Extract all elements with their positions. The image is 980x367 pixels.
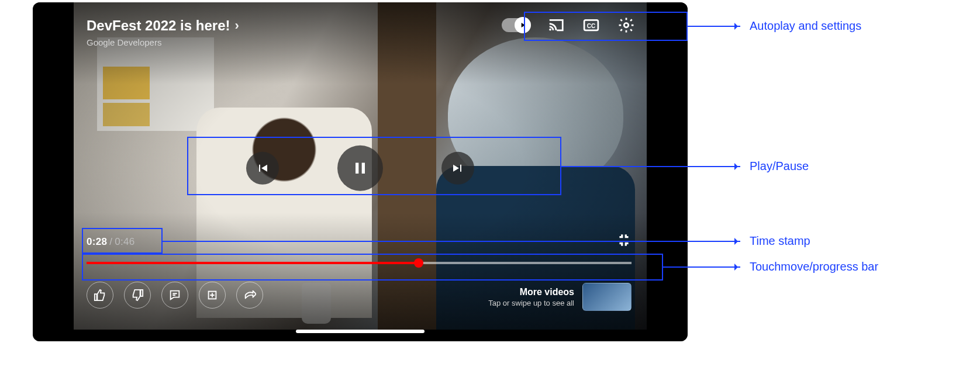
comments-button[interactable] [161, 282, 188, 309]
home-indicator[interactable] [296, 330, 425, 333]
previous-button[interactable] [246, 152, 279, 185]
time-separator: / [109, 236, 112, 248]
like-button[interactable] [87, 282, 113, 309]
annotation-arrow [663, 266, 740, 268]
share-button[interactable] [236, 282, 263, 309]
progress-played [87, 262, 419, 264]
dislike-button[interactable] [124, 282, 151, 309]
more-videos-subtext: Tap or swipe up to see all [488, 299, 574, 307]
top-controls: CC [502, 16, 635, 34]
svg-text:CC: CC [587, 23, 595, 29]
timestamp: 0:28 / 0:46 [87, 236, 135, 248]
svg-point-0 [549, 29, 551, 31]
more-videos-heading: More videos [488, 287, 574, 297]
annotation-arrow [561, 166, 740, 167]
video-title: DevFest 2022 is here! [87, 18, 230, 34]
save-button[interactable] [199, 282, 226, 309]
cast-icon[interactable] [547, 16, 565, 34]
svg-point-3 [624, 23, 629, 27]
more-videos-thumbnail [582, 283, 632, 311]
play-icon [515, 17, 531, 33]
annotation-arrow [163, 241, 740, 242]
more-videos[interactable]: More videos Tap or swipe up to see all [488, 283, 632, 311]
autoplay-toggle[interactable] [502, 18, 530, 32]
captions-icon[interactable]: CC [582, 16, 600, 34]
video-player: DevFest 2022 is here! › Google Developer… [33, 2, 688, 341]
channel-name: Google Developers [87, 37, 239, 47]
progress-scrubber[interactable] [414, 258, 423, 268]
progress-bar[interactable] [87, 262, 632, 264]
playback-controls [246, 146, 474, 191]
annotation-label-progress: Touchmove/progress bar [750, 260, 878, 273]
current-time: 0:28 [87, 236, 107, 248]
overlay-gradient-bottom [33, 213, 688, 341]
annotation-label-playpause: Play/Pause [750, 160, 809, 173]
gear-icon[interactable] [617, 16, 635, 34]
next-button[interactable] [441, 152, 474, 185]
duration: 0:46 [115, 236, 134, 248]
annotation-label-timestamp: Time stamp [750, 234, 810, 248]
annotation-arrow [688, 26, 740, 27]
action-row [87, 282, 263, 309]
chevron-right-icon: › [234, 18, 239, 33]
pause-button[interactable] [337, 146, 383, 191]
annotation-label-settings: Autoplay and settings [750, 19, 861, 33]
video-title-block[interactable]: DevFest 2022 is here! › Google Developer… [87, 18, 239, 47]
